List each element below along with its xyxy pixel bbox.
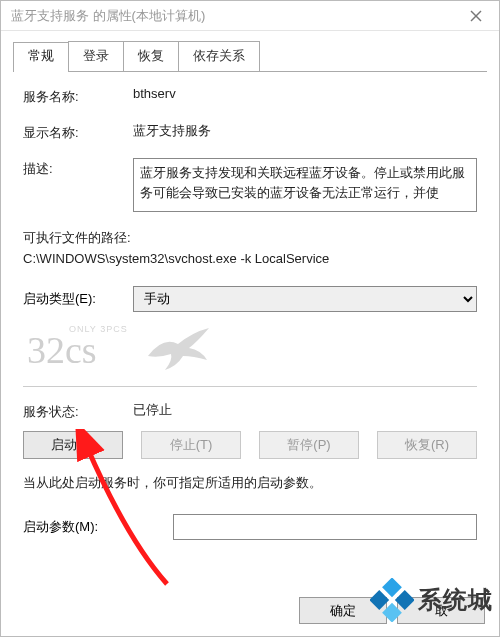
watermark-script: 32cs — [27, 328, 97, 372]
start-params-label: 启动参数(M): — [23, 518, 173, 536]
general-pane: 服务名称: bthserv 显示名称: 蓝牙支持服务 描述: 蓝牙服务支持发现和… — [1, 72, 499, 540]
tab-strip: 常规 登录 恢复 依存关系 — [13, 41, 487, 72]
tab-recovery[interactable]: 恢复 — [123, 41, 179, 71]
cancel-button[interactable]: 取 — [397, 597, 485, 624]
service-status-label: 服务状态: — [23, 401, 133, 421]
startup-type-label: 启动类型(E): — [23, 290, 133, 308]
service-name-label: 服务名称: — [23, 86, 133, 106]
titlebar: 蓝牙支持服务 的属性(本地计算机) — [1, 1, 499, 31]
stop-button: 停止(T) — [141, 431, 241, 459]
tab-dependencies[interactable]: 依存关系 — [178, 41, 260, 71]
close-button[interactable] — [453, 1, 499, 31]
start-button[interactable]: 启动(S) — [23, 431, 123, 459]
service-name-value: bthserv — [133, 86, 477, 101]
ok-button[interactable]: 确定 — [299, 597, 387, 624]
svg-rect-2 — [382, 578, 402, 597]
startup-type-select[interactable]: 手动 — [133, 286, 477, 312]
display-name-label: 显示名称: — [23, 122, 133, 142]
pause-button: 暂停(P) — [259, 431, 359, 459]
exe-path-label: 可执行文件的路径: — [23, 228, 477, 249]
page-watermark: ONLY 3PCS 32cs — [23, 322, 477, 378]
close-icon — [470, 10, 482, 22]
properties-window: 蓝牙支持服务 的属性(本地计算机) 常规 登录 恢复 依存关系 服务名称: bt… — [0, 0, 500, 637]
start-hint: 当从此处启动服务时，你可指定所适用的启动参数。 — [23, 473, 477, 493]
resume-button: 恢复(R) — [377, 431, 477, 459]
description-label: 描述: — [23, 158, 133, 178]
service-status-value: 已停止 — [133, 401, 477, 419]
divider — [23, 386, 477, 387]
tab-logon[interactable]: 登录 — [68, 41, 124, 71]
start-params-input[interactable] — [173, 514, 477, 540]
display-name-value: 蓝牙支持服务 — [133, 122, 477, 140]
description-text[interactable]: 蓝牙服务支持发现和关联远程蓝牙设备。停止或禁用此服务可能会导致已安装的蓝牙设备无… — [133, 158, 477, 212]
dialog-button-row: 确定 取 — [299, 597, 485, 624]
hummingbird-icon — [143, 326, 213, 372]
tab-general[interactable]: 常规 — [13, 42, 69, 72]
exe-path-value: C:\WINDOWS\system32\svchost.exe -k Local… — [23, 249, 477, 270]
window-title: 蓝牙支持服务 的属性(本地计算机) — [11, 7, 205, 25]
